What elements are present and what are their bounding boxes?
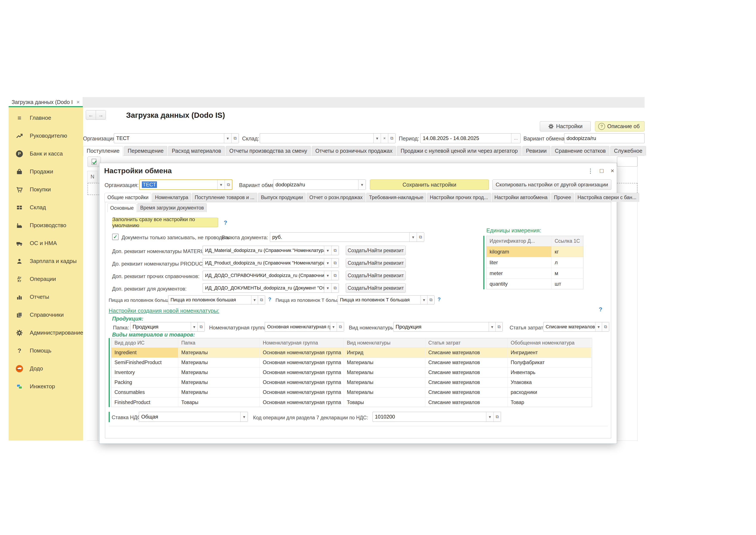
- tab-avtoobmen[interactable]: Настройки автообмена: [492, 193, 550, 202]
- nom-kind-field[interactable]: Продукция ▾ ⧉: [393, 322, 503, 331]
- open-icon[interactable]: ⧉: [331, 283, 339, 293]
- sidebar-item-inzhektor[interactable]: Инжектор: [9, 378, 83, 395]
- dropdown-icon[interactable]: ▾: [324, 271, 331, 280]
- tab-otchety-roznichnye[interactable]: Отчеты о розничных продажах: [312, 146, 396, 155]
- table-row[interactable]: Consumables Материалы Основная номенклат…: [111, 387, 592, 397]
- op-code-value[interactable]: 1010200: [373, 412, 486, 422]
- dropdown-icon[interactable]: ▾: [191, 322, 198, 331]
- org-filter-field[interactable]: ТЕСТ ▾ ⧉: [114, 133, 239, 143]
- units-col-ref[interactable]: Ссылка 1С: [552, 236, 583, 246]
- sidebar-item-rukovoditelyu[interactable]: Руководителю: [9, 127, 83, 145]
- table-row[interactable]: SemiFinishedProduct Материалы Основная н…: [111, 358, 592, 368]
- tab-otchet-rozn[interactable]: Отчет о розн.продажах: [307, 193, 365, 202]
- open-icon[interactable]: ⧉: [331, 271, 339, 280]
- sidebar-item-dodo[interactable]: Додо: [9, 360, 83, 378]
- dropdown-icon[interactable]: ▾: [373, 133, 381, 143]
- open-icon[interactable]: ⧉: [331, 246, 339, 255]
- units-col-identifier[interactable]: Идентификатор Д...: [487, 236, 552, 246]
- dropdown-icon[interactable]: ▾: [489, 322, 495, 331]
- open-icon[interactable]: ⧉: [494, 412, 501, 422]
- back-button[interactable]: ←: [86, 110, 96, 120]
- close-icon[interactable]: ×: [608, 166, 617, 176]
- open-icon[interactable]: ⧉: [231, 133, 239, 143]
- tab-rashod-materialov[interactable]: Расход материалов: [168, 146, 225, 155]
- attr-material-field[interactable]: ИД_Material_dodopizza_ru (Справочник "Но…: [202, 246, 339, 255]
- attr-material-value[interactable]: ИД_Material_dodopizza_ru (Справочник "Но…: [203, 246, 324, 255]
- dropdown-icon[interactable]: ▾: [240, 412, 248, 422]
- table-row[interactable]: Inventory Материалы Основная номенклатур…: [111, 368, 592, 378]
- ellipsis-icon[interactable]: …: [511, 133, 520, 143]
- dropdown-icon[interactable]: ▾: [330, 322, 337, 331]
- tab-revizii[interactable]: Ревизии: [522, 146, 550, 155]
- open-icon[interactable]: ⧉: [602, 322, 609, 331]
- col-generic-nom[interactable]: Обобщенная номенклатура: [508, 338, 591, 348]
- sidebar-item-administrirovanie[interactable]: Администрирование: [9, 324, 83, 342]
- table-row[interactable]: Ingredient Материалы Основная номенклату…: [111, 348, 592, 358]
- dropdown-icon[interactable]: ▾: [409, 233, 417, 241]
- attr-documents-value[interactable]: ИД_ДОДО_ДОКУМЕНТЫ_dodopizza_ru (Документ…: [203, 283, 324, 293]
- open-icon[interactable]: ⧉: [258, 296, 265, 304]
- forward-button[interactable]: →: [96, 110, 106, 120]
- pizza-half-value[interactable]: Пицца из половинок большая: [168, 296, 251, 304]
- sidebar-item-otchety[interactable]: Отчеты: [9, 288, 83, 306]
- exchange-variant-field[interactable]: dodopizza/ru: [564, 133, 645, 143]
- dropdown-icon[interactable]: ▾: [358, 180, 365, 190]
- dropdown-icon[interactable]: ▾: [324, 283, 331, 293]
- dialog-org-value[interactable]: ТЕСТ: [142, 182, 157, 188]
- help-icon[interactable]: ?: [599, 306, 602, 313]
- sidebar-item-spravochniki[interactable]: Справочники: [9, 306, 83, 324]
- nom-group-value[interactable]: Основная номенклатурная груп: [265, 322, 330, 331]
- dropdown-icon[interactable]: ▾: [595, 322, 602, 331]
- pizza-half-t-value[interactable]: Пицца из половинок Т большая: [338, 296, 420, 304]
- tab-obschie-nastroyki[interactable]: Общие настройки: [105, 193, 151, 202]
- post-document-button[interactable]: [88, 156, 101, 167]
- settings-button[interactable]: Настройки: [540, 121, 591, 131]
- nom-kind-value[interactable]: Продукция: [393, 322, 489, 331]
- open-icon[interactable]: ⧉: [337, 322, 344, 331]
- tab-peremeschenie[interactable]: Перемещение: [124, 146, 167, 155]
- nom-group-field[interactable]: Основная номенклатурная груп ▾ ⧉: [265, 322, 344, 331]
- help-icon[interactable]: ?: [438, 296, 441, 302]
- tab-prodazhi-nulevaya[interactable]: Продажи с нулевой ценой или через агрега…: [397, 146, 521, 155]
- cost-item-value[interactable]: Списание материалов: [543, 322, 595, 331]
- sidebar-item-prodazhi[interactable]: Продажи: [9, 163, 83, 181]
- help-icon[interactable]: ?: [224, 219, 227, 226]
- attr-catalogs-field[interactable]: ИД_ДОДО_СПРАВОЧНИКИ_dodopizza_ru (Справо…: [202, 271, 339, 280]
- tab-close-icon[interactable]: ×: [76, 99, 80, 105]
- attr-product-value[interactable]: ИД_Product_dodopizza_ru (Справочник "Ном…: [203, 258, 324, 268]
- clear-icon[interactable]: ×: [381, 133, 388, 143]
- tab-osnovnye[interactable]: Основные: [107, 204, 136, 212]
- tab-trebovaniya[interactable]: Требования-накладные: [366, 193, 426, 202]
- tab-vypusk-produkcii[interactable]: Выпуск продукции: [258, 193, 306, 202]
- create-find-attr-button[interactable]: Создать/Найти реквизит: [346, 246, 406, 255]
- vat-field[interactable]: Общая ▾: [139, 412, 248, 422]
- new-nomenclature-heading[interactable]: Настройки создания новой номенклатуры:: [109, 307, 219, 314]
- write-only-checkbox[interactable]: ✓: [112, 234, 119, 240]
- table-row[interactable]: Packing Материалы Основная номенклатурна…: [111, 378, 592, 387]
- units-row[interactable]: quantity шт: [487, 279, 583, 289]
- dropdown-icon[interactable]: ▾: [324, 246, 331, 255]
- dropdown-icon[interactable]: ▾: [486, 412, 494, 422]
- sidebar-item-proizvodstvo[interactable]: Производство: [9, 216, 83, 234]
- warehouse-filter-field[interactable]: ▾ × ⧉: [260, 133, 395, 143]
- tab-postuplenie-tovarov[interactable]: Поступление товаров и ...: [192, 193, 257, 202]
- sidebar-item-pomosch[interactable]: ? Помощь: [9, 342, 83, 360]
- currency-field[interactable]: руб. ▾ ⧉: [270, 232, 424, 242]
- tab-otchety-proizvodstva[interactable]: Отчеты производства за смену: [226, 146, 311, 155]
- open-icon[interactable]: ⧉: [495, 322, 502, 331]
- currency-value[interactable]: руб.: [270, 233, 409, 241]
- tab-vremya-zagruzki[interactable]: Время загрузки документов: [137, 203, 207, 212]
- exchange-variant-value[interactable]: dodopizza/ru: [564, 133, 644, 143]
- tab-nomenklatura[interactable]: Номенклатура: [152, 193, 191, 202]
- col-folder[interactable]: Папка: [178, 338, 260, 348]
- dropdown-icon[interactable]: ▾: [324, 258, 331, 268]
- dropdown-icon[interactable]: ▾: [420, 296, 427, 304]
- sidebar-item-glavnoe[interactable]: ≡ Главное: [9, 109, 83, 127]
- attr-product-field[interactable]: ИД_Product_dodopizza_ru (Справочник "Ном…: [202, 258, 339, 268]
- save-settings-button[interactable]: Сохранить настройки: [370, 180, 489, 190]
- col-nom-group[interactable]: Номенклатурная группа: [260, 338, 344, 348]
- open-icon[interactable]: ⧉: [388, 133, 395, 143]
- attr-documents-field[interactable]: ИД_ДОДО_ДОКУМЕНТЫ_dodopizza_ru (Документ…: [202, 283, 339, 293]
- col-dodo-kind[interactable]: Вид додо ИС: [111, 338, 178, 348]
- sidebar-item-zarplata[interactable]: Зарплата и кадры: [9, 252, 83, 270]
